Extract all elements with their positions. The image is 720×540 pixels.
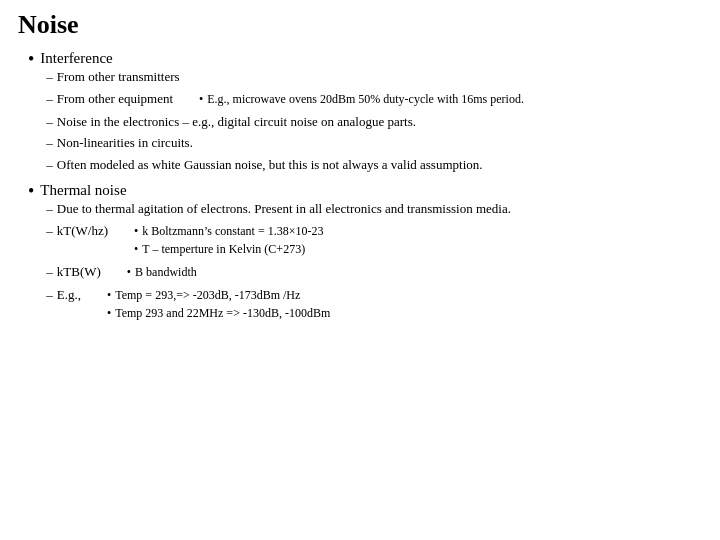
sub-item-1-3-0: •Temp = 293,=> -203dB, -173dBm /Hz <box>107 286 330 304</box>
section-heading-1: Thermal noise <box>40 182 126 198</box>
dash-text-0-2: Noise in the electronics – e.g., digital… <box>57 112 416 132</box>
sub-text-1-1-0: k Boltzmann’s constant = 1.38×10-23 <box>142 222 323 240</box>
dash-list-1: –Due to thermal agitation of electrons. … <box>40 199 702 324</box>
sub-text-1-2-0: B bandwidth <box>135 263 197 281</box>
dash-text-0-4: Often modeled as white Gaussian noise, b… <box>57 155 483 175</box>
dash-item-1-1: –kT(W/hz)•k Boltzmann’s constant = 1.38×… <box>46 221 702 260</box>
sub-text-0-1-0: E.g., microwave ovens 20dBm 50% duty-cyc… <box>207 90 524 108</box>
dash-symbol: – <box>46 67 53 87</box>
dash-item-1-3: –E.g.,•Temp = 293,=> -203dB, -173dBm /Hz… <box>46 285 702 324</box>
sub-list-1-2: •B bandwidth <box>105 263 197 281</box>
dash-symbol: – <box>46 89 53 109</box>
sub-bullet-dot: • <box>199 90 203 108</box>
dash-item-0-1: –From other equipment•E.g., microwave ov… <box>46 89 702 110</box>
sub-bullet-dot: • <box>127 263 131 281</box>
dash-symbol: – <box>46 133 53 153</box>
sub-list-0-1: •E.g., microwave ovens 20dBm 50% duty-cy… <box>177 90 524 108</box>
sub-text-1-1-1: T – temperture in Kelvin (C+273) <box>142 240 305 258</box>
sub-bullet-dot: • <box>107 304 111 322</box>
dash-item-1-2: –kTB(W)•B bandwidth <box>46 262 702 283</box>
bullet-dot: • <box>28 182 34 202</box>
page-title: Noise <box>18 10 702 40</box>
sub-item-1-3-1: •Temp 293 and 22MHz => -130dB, -100dBm <box>107 304 330 322</box>
sub-item-0-1-0: •E.g., microwave ovens 20dBm 50% duty-cy… <box>199 90 524 108</box>
sub-text-1-3-0: Temp = 293,=> -203dB, -173dBm /Hz <box>115 286 300 304</box>
sub-bullet-dot: • <box>107 286 111 304</box>
dash-item-0-2: –Noise in the electronics – e.g., digita… <box>46 112 702 132</box>
dash-text-0-0: From other transmitters <box>57 67 180 87</box>
section-1: •Thermal noise–Due to thermal agitation … <box>28 182 702 326</box>
dash-symbol: – <box>46 112 53 132</box>
dash-item-0-3: –Non-linearities in circuits. <box>46 133 702 153</box>
top-list: •Interference–From other transmitters–Fr… <box>18 50 702 326</box>
dash-text-1-3: E.g., <box>57 285 81 305</box>
dash-item-0-4: –Often modeled as white Gaussian noise, … <box>46 155 702 175</box>
dash-symbol: – <box>46 155 53 175</box>
sub-item-1-1-1: •T – temperture in Kelvin (C+273) <box>134 240 323 258</box>
sub-text-1-3-1: Temp 293 and 22MHz => -130dB, -100dBm <box>115 304 330 322</box>
section-heading-0: Interference <box>40 50 112 66</box>
dash-symbol: – <box>46 221 53 241</box>
dash-text-0-1: From other equipment <box>57 89 173 109</box>
dash-text-1-1: kT(W/hz) <box>57 221 108 241</box>
sub-item-1-1-0: •k Boltzmann’s constant = 1.38×10-23 <box>134 222 323 240</box>
sub-list-1-1: •k Boltzmann’s constant = 1.38×10-23•T –… <box>112 222 323 258</box>
section-0: •Interference–From other transmitters–Fr… <box>28 50 702 176</box>
dash-list-0: –From other transmitters–From other equi… <box>40 67 702 174</box>
sub-bullet-dot: • <box>134 222 138 240</box>
sub-bullet-dot: • <box>134 240 138 258</box>
dash-text-1-2: kTB(W) <box>57 262 101 282</box>
dash-symbol: – <box>46 285 53 305</box>
dash-text-0-3: Non-linearities in circuits. <box>57 133 193 153</box>
dash-symbol: – <box>46 199 53 219</box>
dash-text-1-0: Due to thermal agitation of electrons. P… <box>57 199 511 219</box>
bullet-dot: • <box>28 50 34 70</box>
dash-item-0-0: –From other transmitters <box>46 67 702 87</box>
dash-symbol: – <box>46 262 53 282</box>
dash-item-1-0: –Due to thermal agitation of electrons. … <box>46 199 702 219</box>
sub-item-1-2-0: •B bandwidth <box>127 263 197 281</box>
sub-list-1-3: •Temp = 293,=> -203dB, -173dBm /Hz•Temp … <box>85 286 330 322</box>
